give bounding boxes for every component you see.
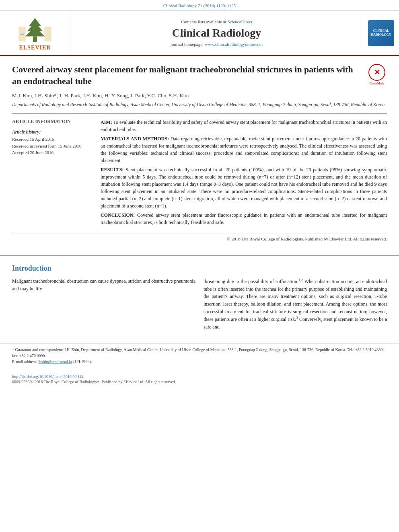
results-label: RESULTS: xyxy=(101,167,124,173)
abstract-column: AIM: To evaluate the technical feasibili… xyxy=(101,119,387,228)
guarantor-text: * Guarantor and correspondent: J.H. Shin… xyxy=(12,347,384,358)
journal-logo-text: CLINICALRADIOLOGY xyxy=(371,29,391,37)
journal-citation-bar: Clinical Radiology 71 (2016) 1120–1125 xyxy=(0,0,399,11)
introduction-heading: Introduction xyxy=(12,264,387,273)
authors-line: M.J. Kim, J.H. Shin*, J.-H. Park, J.H. K… xyxy=(12,92,387,99)
intro-right-text-2: When obstruction occurs, an endotracheal… xyxy=(204,279,387,322)
body-two-column: Malignant tracheobronchial obstruction c… xyxy=(12,277,387,333)
revised-date: Received in revised form 15 June 2016 xyxy=(12,143,93,150)
article-info-column: ARTICLE INFORMATION Article history: Rec… xyxy=(12,119,93,228)
email-suffix: (J.H. Shin). xyxy=(73,359,92,364)
abstract-section: ARTICLE INFORMATION Article history: Rec… xyxy=(12,113,387,228)
body-section: Introduction Malignant tracheobronchial … xyxy=(0,264,399,341)
abstract-aim: AIM: To evaluate the technical feasibili… xyxy=(101,119,387,133)
svg-marker-3 xyxy=(25,27,45,36)
body-left-column: Malignant tracheobronchial obstruction c… xyxy=(12,277,195,333)
crossmark-label: CrossMark xyxy=(370,82,384,85)
doi-link[interactable]: http://dx.doi.org/10.1016/j.crad.2016.06… xyxy=(12,374,387,379)
body-right-column: threatening due to the possibility of su… xyxy=(204,277,387,333)
elsevier-brand-text: ELSEVIER xyxy=(19,45,51,51)
bottom-copyright: 0009-9260/© 2016 The Royal College of Ra… xyxy=(12,380,387,384)
section-divider xyxy=(0,255,399,256)
abstract-methods: MATERIALS AND METHODS: Data regarding re… xyxy=(101,135,387,164)
results-text: Stent placement was technically successf… xyxy=(101,167,387,209)
email-link[interactable]: jhshin@amc.seoul.kr xyxy=(38,359,72,364)
abstract-copyright: © 2016 The Royal College of Radiologists… xyxy=(12,234,387,241)
intro-left-text: Malignant tracheobronchial obstruction c… xyxy=(12,278,195,292)
abstract-conclusion: CONCLUSION: Covered airway stent placeme… xyxy=(101,212,387,226)
article-title: Covered airway stent placement for malig… xyxy=(12,64,363,87)
article-info-heading: ARTICLE INFORMATION xyxy=(12,119,93,126)
aim-label: AIM: xyxy=(101,119,112,125)
conclusion-label: CONCLUSION: xyxy=(101,212,135,218)
methods-label: MATERIALS AND METHODS: xyxy=(101,136,169,142)
svg-rect-0 xyxy=(33,36,37,42)
email-label: E-mail address: xyxy=(12,359,37,364)
journal-title: Clinical Radiology xyxy=(172,27,261,39)
article-title-section: Covered airway stent placement for malig… xyxy=(12,64,387,87)
elsevier-logo-section: 📖 ELSEVIER xyxy=(0,11,70,55)
article-history: Article history: Received 15 April 2015 … xyxy=(12,129,93,156)
crossmark-badge[interactable]: ✕ CrossMark xyxy=(367,64,387,85)
journal-homepage-link[interactable]: www.clinicalradiologyonline.net xyxy=(205,42,263,47)
intro-right-paragraph: threatening due to the possibility of su… xyxy=(204,277,387,331)
abstract-results: RESULTS: Stent placement was technically… xyxy=(101,166,387,210)
svg-text:📖: 📖 xyxy=(20,31,24,35)
bottom-bar: http://dx.doi.org/10.1016/j.crad.2016.06… xyxy=(0,371,399,387)
elsevier-tree-icon: 📖 xyxy=(15,15,55,43)
article-content: Covered airway stent placement for malig… xyxy=(0,56,399,251)
intro-right-text-1: threatening due to the possibility of su… xyxy=(204,279,298,284)
sciencedirect-link[interactable]: ScienceDirect xyxy=(227,19,252,24)
email-footnote: E-mail address: jhshin@amc.seoul.kr (J.H… xyxy=(12,359,387,365)
ref-sup-1: 1,2 xyxy=(298,278,303,282)
journal-info-center: Contents lists available at ScienceDirec… xyxy=(70,11,363,55)
contents-available-line: Contents lists available at ScienceDirec… xyxy=(181,19,252,24)
guarantor-footnote: * Guarantor and correspondent: J.H. Shin… xyxy=(12,347,387,359)
accepted-date: Accepted 20 June 2016 xyxy=(12,149,93,156)
crossmark-icon: ✕ xyxy=(368,64,385,81)
elsevier-logo: 📖 ELSEVIER xyxy=(15,15,55,51)
intro-left-paragraph: Malignant tracheobronchial obstruction c… xyxy=(12,277,195,292)
history-label: Article history: xyxy=(12,129,93,134)
affiliation-text: Departments of Radiology and Research In… xyxy=(12,101,387,108)
footnote-area: * Guarantor and correspondent: J.H. Shin… xyxy=(0,343,399,365)
received-date: Received 15 April 2015 xyxy=(12,136,93,143)
svg-rect-6 xyxy=(44,27,51,41)
journal-citation-text: Clinical Radiology 71 (2016) 1120–1125 xyxy=(163,3,236,8)
journal-logo-right: CLINICALRADIOLOGY xyxy=(363,11,399,55)
ref-sup-2: 3 xyxy=(296,316,298,320)
authors-text: M.J. Kim, J.H. Shin*, J.-H. Park, J.H. K… xyxy=(12,92,189,99)
conclusion-text: Covered airway stent placement under flu… xyxy=(101,212,387,225)
journal-homepage-line: journal homepage: www.clinicalradiologyo… xyxy=(171,42,263,47)
journal-small-logo: CLINICALRADIOLOGY xyxy=(368,20,394,46)
aim-text: To evaluate the technical feasibility an… xyxy=(101,119,387,132)
journal-header: 📖 ELSEVIER Contents lists available at S… xyxy=(0,11,399,56)
